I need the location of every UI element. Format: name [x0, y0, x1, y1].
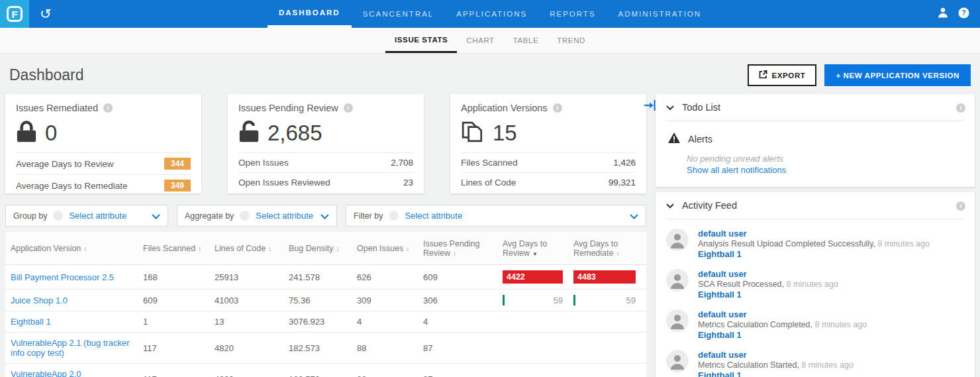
chevron-down-icon[interactable] — [666, 200, 674, 211]
group-by-dropdown[interactable]: Group by Select attribute — [5, 205, 168, 227]
cell-issues-pending: 87 — [419, 338, 499, 358]
export-icon — [759, 70, 767, 80]
svg-text:?: ? — [961, 9, 965, 17]
info-icon[interactable]: i — [956, 201, 965, 211]
sort-icon[interactable]: ↕ — [83, 245, 87, 252]
feed-user-link[interactable]: default user — [698, 350, 854, 360]
aggregate-by-dropdown[interactable]: Aggregate by Select attribute — [177, 205, 337, 227]
avg-days-review-bar: 4422 — [503, 270, 563, 284]
nav-reports[interactable]: REPORTS — [538, 0, 607, 28]
nav-scancentral[interactable]: SCANCENTRAL — [352, 0, 446, 28]
avatar — [666, 350, 689, 372]
app-version-link[interactable]: Juice Shop 1.0 — [11, 296, 68, 305]
cell-files-scanned: 1 — [139, 311, 211, 332]
col-bug-density[interactable]: Bug Density↕ — [285, 239, 353, 258]
avatar — [666, 309, 689, 332]
col-lines-of-code[interactable]: Lines of Code↕ — [211, 239, 285, 258]
collapse-sidebar-icon[interactable] — [644, 99, 656, 114]
export-button-label: EXPORT — [772, 72, 806, 80]
feed-time: 8 minutes ago — [801, 360, 854, 370]
feed-user-link[interactable]: default user — [698, 309, 867, 319]
alerts-empty-text: No pending unread alerts — [687, 154, 964, 164]
stat-label: Average Days to Review — [16, 159, 114, 169]
tab-issue-stats[interactable]: ISSUE STATS — [385, 28, 457, 53]
feed-app-link[interactable]: Eightball 1 — [698, 249, 930, 259]
app-version-link[interactable]: Eightball 1 — [11, 317, 51, 327]
avg-days-remediate-value: 59 — [626, 296, 636, 305]
sort-icon[interactable]: ↕ — [268, 245, 271, 252]
col-issues-pending-review[interactable]: Issues Pending Review↕ — [419, 234, 499, 263]
help-icon[interactable]: ? — [958, 7, 969, 21]
feed-app-link[interactable]: Eightball 1 — [698, 370, 854, 377]
attribute-icon — [53, 211, 63, 221]
cell-issues-pending: 4 — [419, 311, 499, 332]
tab-trend[interactable]: TREND — [548, 28, 595, 53]
feed-user-link[interactable]: default user — [698, 229, 930, 239]
cell-issues-pending: 306 — [419, 290, 499, 311]
cell-lines-of-code: 25913 — [211, 267, 285, 288]
stat-value: 23 — [403, 178, 413, 188]
show-all-alerts-link[interactable]: Show all alert notifications — [687, 165, 964, 175]
feed-time: 8 minutes ago — [814, 320, 867, 329]
cell-files-scanned: 117 — [139, 369, 211, 377]
nav-applications[interactable]: APPLICATIONS — [445, 0, 538, 28]
feed-time: 8 minutes ago — [786, 280, 838, 289]
table-row: VulnerableApp 2.1 (bug tracker info copy… — [5, 333, 646, 364]
sort-icon[interactable]: ↕ — [616, 250, 619, 257]
sort-icon[interactable]: ↕ — [453, 250, 456, 257]
app-version-link[interactable]: VulnerableApp 2.0 (copy_current_state te… — [11, 369, 106, 377]
app-version-link[interactable]: Bill Payment Processor 2.5 — [11, 272, 114, 282]
stat-value: 1,426 — [613, 158, 636, 168]
stat-label: Lines of Code — [461, 178, 516, 188]
info-icon[interactable]: i — [553, 103, 562, 113]
sort-desc-icon[interactable]: ▼ — [532, 251, 538, 257]
feed-user-link[interactable]: default user — [698, 269, 838, 279]
sort-icon[interactable]: ↕ — [406, 245, 409, 252]
cell-open-issues: 88 — [353, 338, 419, 358]
stat-label: Files Scanned — [461, 158, 518, 168]
feed-app-link[interactable]: Eightball 1 — [698, 290, 838, 299]
col-avg-days-review[interactable]: Avg Days to Review▼ — [499, 234, 569, 263]
table-header-row: Application Version↕ Files Scanned↕ Line… — [5, 232, 646, 265]
chevron-down-icon[interactable] — [666, 102, 674, 113]
tab-chart[interactable]: CHART — [457, 28, 503, 53]
feed-message: Metrics Calculation Started, — [698, 360, 799, 370]
feed-app-link[interactable]: Eightball 1 — [698, 330, 867, 340]
info-icon[interactable]: i — [956, 103, 965, 113]
cell-avg-review-empty — [499, 343, 569, 353]
filter-by-value: Select attribute — [405, 211, 462, 221]
export-button[interactable]: EXPORT — [748, 64, 817, 86]
aggregate-by-label: Aggregate by — [185, 211, 234, 221]
tab-table[interactable]: TABLE — [504, 28, 548, 53]
info-icon[interactable]: i — [344, 103, 353, 113]
feed-message: Analysis Result Upload Completed Success… — [698, 239, 875, 248]
filter-by-dropdown[interactable]: Filter by Select attribute — [346, 205, 646, 227]
main-nav: DASHBOARD SCANCENTRAL APPLICATIONS REPOR… — [268, 0, 712, 28]
alerts-title: Alerts — [688, 134, 712, 144]
feed-time: 8 minutes ago — [877, 239, 930, 248]
col-avg-days-remediate[interactable]: Avg Days to Remediate↕ — [569, 234, 642, 263]
card-value: 0 — [45, 121, 57, 146]
new-application-version-button[interactable]: + NEW APPLICATION VERSION — [824, 64, 971, 86]
feed-item: default user Metrics Calculation Complet… — [666, 309, 964, 340]
stat-label: Open Issues — [238, 158, 289, 168]
app-version-link[interactable]: VulnerableApp 2.1 (bug tracker info copy… — [11, 338, 129, 358]
nav-administration[interactable]: ADMINISTRATION — [607, 0, 713, 28]
col-open-issues[interactable]: Open Issues↕ — [353, 239, 419, 258]
col-application-version[interactable]: Application Version↕ — [5, 239, 139, 258]
user-icon[interactable] — [937, 7, 949, 21]
table-row: Bill Payment Processor 2.5 168 25913 241… — [5, 265, 646, 290]
attribute-icon — [389, 211, 399, 221]
cell-open-issues: 4 — [353, 311, 419, 332]
cell-open-issues: 309 — [353, 290, 419, 311]
cell-lines-of-code: 4820 — [211, 369, 285, 377]
aggregate-by-value: Select attribute — [256, 211, 313, 221]
cell-lines-of-code: 41003 — [211, 290, 285, 311]
avg-days-remediate-badge: 349 — [164, 180, 191, 191]
sort-icon[interactable]: ↕ — [198, 245, 201, 252]
sort-icon[interactable]: ↕ — [336, 245, 339, 252]
attribute-filters: Group by Select attribute Aggregate by S… — [5, 205, 646, 227]
col-files-scanned[interactable]: Files Scanned↕ — [139, 239, 211, 258]
nav-dashboard[interactable]: DASHBOARD — [268, 0, 352, 28]
info-icon[interactable]: i — [103, 103, 113, 113]
